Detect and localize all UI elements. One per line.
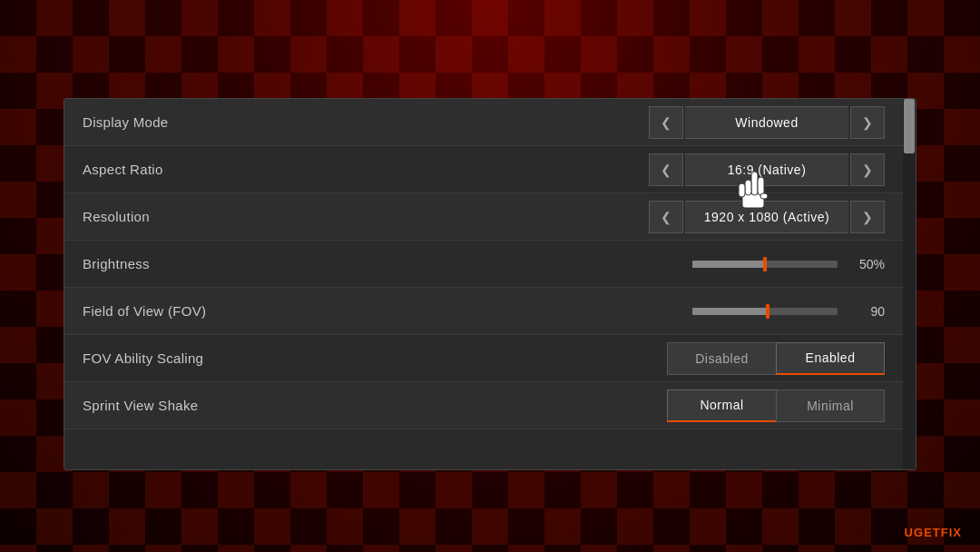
control-resolution: ❮1920 x 1080 (Active)❯: [649, 201, 885, 233]
watermark-text: UGETFIX: [905, 526, 962, 539]
slider-fill-fov: [692, 308, 768, 315]
setting-row-brightness: Brightness50%: [64, 241, 903, 288]
toggle-fov-ability-enabled[interactable]: Enabled: [776, 342, 885, 375]
control-aspect-ratio: ❮16:9 (Native)❯: [649, 153, 885, 186]
value-aspect-ratio: 16:9 (Native): [685, 153, 848, 186]
control-fov: 90: [692, 304, 885, 319]
control-fov-ability: DisabledEnabled: [667, 342, 885, 375]
setting-row-resolution: Resolution❮1920 x 1080 (Active)❯: [64, 193, 903, 241]
setting-row-aspect-ratio: Aspect Ratio❮16:9 (Native)❯: [64, 146, 903, 193]
value-resolution: 1920 x 1080 (Active): [685, 201, 848, 233]
arrow-left-display-mode[interactable]: ❮: [649, 106, 683, 139]
toggle-sprint-view-normal[interactable]: Normal: [667, 389, 776, 422]
setting-row-display-mode: Display Mode❮Windowed❯: [64, 99, 903, 146]
label-sprint-view: Sprint View Shake: [83, 398, 667, 413]
toggle-sprint-view-minimal[interactable]: Minimal: [776, 389, 885, 422]
settings-panel: Display Mode❮Windowed❯Aspect Ratio❮16:9 …: [64, 98, 916, 470]
label-brightness: Brightness: [83, 256, 692, 271]
control-sprint-view: NormalMinimal: [667, 389, 885, 422]
arrow-right-resolution[interactable]: ❯: [850, 201, 885, 233]
label-fov-ability: FOV Ability Scaling: [83, 350, 667, 366]
setting-row-fov: Field of View (FOV)90: [64, 288, 903, 335]
scrollbar[interactable]: [903, 99, 916, 469]
arrow-left-resolution[interactable]: ❮: [649, 201, 683, 233]
label-resolution: Resolution: [83, 209, 649, 224]
panel-content: Display Mode❮Windowed❯Aspect Ratio❮16:9 …: [64, 99, 903, 469]
slider-thumb-fov: [766, 304, 769, 319]
setting-row-fov-ability: FOV Ability ScalingDisabledEnabled: [64, 335, 903, 382]
setting-row-sprint-view: Sprint View ShakeNormalMinimal: [64, 382, 903, 429]
arrow-right-display-mode[interactable]: ❯: [850, 106, 885, 139]
label-fov: Field of View (FOV): [83, 303, 692, 319]
scrollbar-thumb[interactable]: [904, 99, 915, 153]
arrow-left-aspect-ratio[interactable]: ❮: [649, 153, 683, 186]
slider-value-brightness: 50%: [848, 257, 885, 271]
slider-thumb-brightness: [763, 257, 767, 271]
arrow-right-aspect-ratio[interactable]: ❯: [850, 153, 885, 186]
slider-track-fov[interactable]: [692, 308, 838, 315]
control-brightness: 50%: [692, 257, 885, 271]
label-aspect-ratio: Aspect Ratio: [83, 162, 649, 177]
value-display-mode: Windowed: [685, 106, 848, 139]
slider-track-brightness[interactable]: [692, 261, 838, 268]
slider-value-fov: 90: [848, 304, 885, 319]
label-display-mode: Display Mode: [83, 114, 649, 130]
toggle-fov-ability-disabled[interactable]: Disabled: [667, 342, 776, 375]
slider-fill-brightness: [692, 261, 765, 268]
control-display-mode: ❮Windowed❯: [649, 106, 885, 139]
